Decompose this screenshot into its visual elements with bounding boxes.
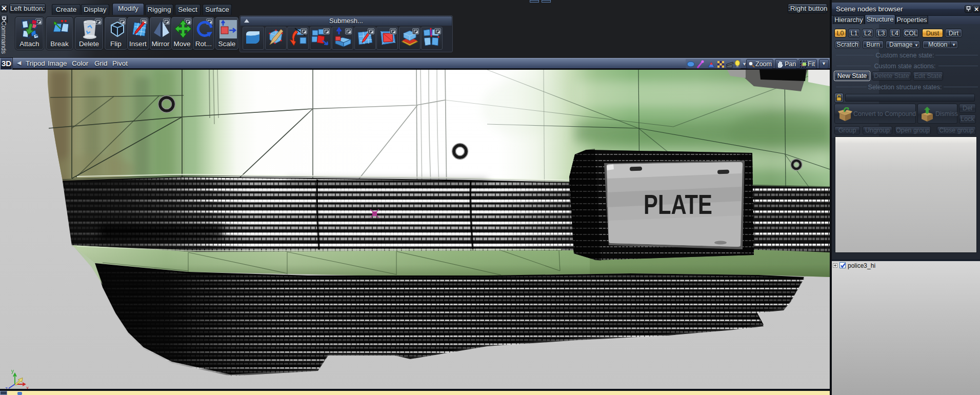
svg-text:PLATE: PLATE	[644, 189, 712, 220]
svg-text:y: y	[11, 368, 14, 374]
